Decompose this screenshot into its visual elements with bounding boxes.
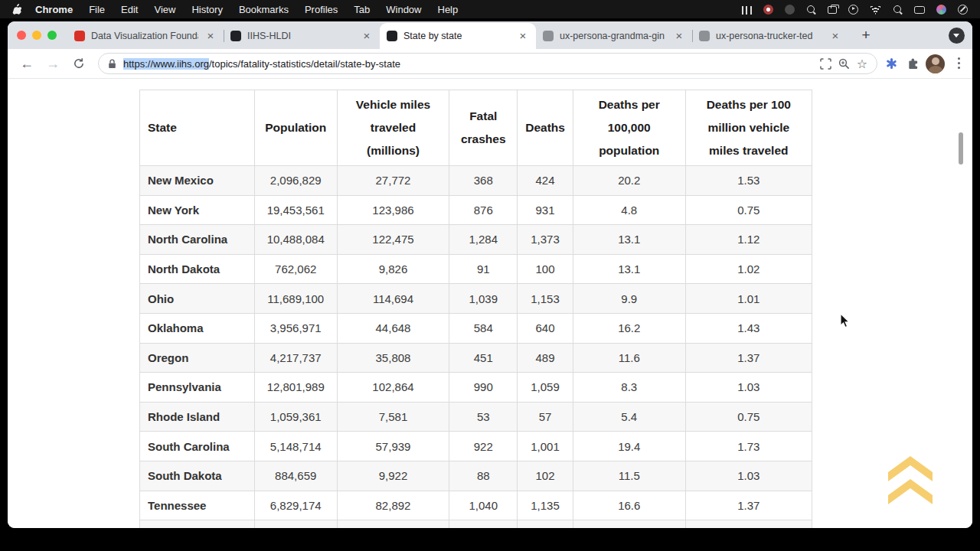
tab-close-icon[interactable]: ×	[204, 30, 217, 42]
favicon-icon	[74, 31, 85, 41]
value-cell: 9.9	[573, 284, 685, 314]
minimize-window-button[interactable]	[32, 31, 41, 40]
bookmark-star-icon[interactable]: ☆	[857, 57, 867, 71]
value-cell: 0.75	[685, 402, 812, 432]
value-cell: 922	[449, 432, 518, 461]
menu-profiles[interactable]: Profiles	[305, 4, 338, 15]
url-selected-text: https://www.iihs.org	[123, 58, 209, 70]
state-name-cell: Oregon	[140, 343, 255, 373]
value-cell: 368	[449, 166, 518, 196]
value-cell: 1.01	[685, 284, 812, 314]
value-cell: 19,453,561	[254, 195, 337, 225]
menubar-menus: ChromeFileEditViewHistoryBookmarksProfil…	[35, 4, 474, 15]
menu-help[interactable]: Help	[438, 4, 459, 15]
extension-asterisk-icon[interactable]	[885, 57, 897, 70]
menu-bookmarks[interactable]: Bookmarks	[239, 4, 289, 15]
value-cell: 1.43	[685, 313, 812, 343]
value-cell: 35,808	[337, 343, 449, 373]
value-cell: 122,475	[337, 225, 449, 255]
page-content: StatePopulationVehicle miles traveled (m…	[8, 79, 972, 528]
circle-icon[interactable]	[785, 5, 795, 15]
value-cell: 13.1	[573, 254, 685, 284]
value-cell: 424	[518, 166, 573, 196]
window-controls	[17, 31, 57, 40]
value-cell: 1,373	[518, 225, 573, 255]
value-cell: 884,659	[254, 461, 337, 491]
state-name-cell: Pennsylvania	[140, 373, 255, 403]
forward-button[interactable]: →	[41, 52, 64, 75]
spotlight-icon[interactable]	[893, 5, 903, 15]
screenshot-icon[interactable]	[820, 58, 831, 70]
zoom-icon[interactable]	[838, 58, 850, 70]
value-cell: 6,829,174	[254, 491, 337, 520]
address-bar[interactable]: https://www.iihs.org/topics/fatality-sta…	[98, 53, 877, 74]
menu-view[interactable]: View	[154, 4, 175, 15]
menu-tab[interactable]: Tab	[354, 4, 370, 15]
profile-avatar[interactable]	[926, 54, 945, 73]
table-row: Pennsylvania12,801,989102,8649901,0598.3…	[140, 373, 812, 403]
close-window-button[interactable]	[17, 31, 26, 40]
menu-chrome[interactable]: Chrome	[35, 4, 73, 15]
column-header: Deaths	[518, 90, 573, 166]
tab-strip: Data Visualization Founda×IIHS-HLDI×Stat…	[8, 21, 972, 49]
dnd-icon[interactable]	[958, 5, 968, 15]
menu-edit[interactable]: Edit	[121, 4, 138, 15]
value-cell: 57,939	[337, 432, 449, 461]
tab-ux-persona-trucker-ted[interactable]: ux-persona-trucker-ted×	[692, 23, 848, 49]
value-cell: 9,922	[337, 461, 449, 491]
tab-ux-persona-grandma-gin[interactable]: ux-persona-grandma-gin×	[536, 23, 692, 49]
value-cell: 102,864	[337, 373, 449, 403]
value-cell: 9,826	[337, 254, 449, 284]
value-cell: 13.1	[573, 225, 685, 255]
value-cell: 990	[449, 373, 518, 403]
value-cell: 1.37	[685, 491, 812, 520]
tab-close-icon[interactable]: ×	[517, 30, 529, 42]
keyboard-icon[interactable]	[914, 6, 925, 14]
record-icon[interactable]	[763, 5, 773, 15]
browser-menu-icon[interactable]	[952, 55, 965, 72]
tab-search-button[interactable]	[949, 28, 965, 44]
menu-file[interactable]: File	[89, 4, 105, 15]
padlock-icon[interactable]	[108, 59, 116, 69]
vertical-scrollbar[interactable]	[959, 132, 963, 165]
value-cell: 27,772	[337, 166, 449, 196]
tab-close-icon[interactable]: ×	[829, 30, 841, 42]
tab-state-by-state[interactable]: State by state×	[380, 23, 536, 49]
value-cell: 1.37	[685, 343, 812, 373]
value-cell: 19.4	[573, 432, 685, 461]
grid-icon[interactable]	[742, 6, 752, 15]
column-header: Vehicle miles traveled (millions)	[337, 90, 449, 166]
play-icon[interactable]	[848, 5, 858, 15]
back-button[interactable]: ←	[15, 52, 38, 75]
value-cell: 16.2	[573, 313, 685, 343]
windows-icon[interactable]	[828, 6, 837, 14]
value-cell: 12,801,989	[254, 373, 337, 403]
tab-data-visualization-founda[interactable]: Data Visualization Founda×	[67, 23, 224, 49]
menu-window[interactable]: Window	[386, 4, 421, 15]
state-fatality-table: StatePopulationVehicle miles traveled (m…	[139, 90, 812, 528]
new-tab-button[interactable]: +	[856, 25, 876, 45]
apple-logo-icon[interactable]	[12, 4, 21, 15]
extensions-puzzle-icon[interactable]	[906, 57, 920, 70]
reload-button[interactable]	[67, 52, 90, 75]
siri-icon[interactable]	[936, 5, 946, 15]
search-icon[interactable]	[806, 5, 816, 15]
browser-window: Data Visualization Founda×IIHS-HLDI×Stat…	[8, 21, 972, 528]
tab-close-icon[interactable]: ×	[673, 30, 685, 42]
wifi-icon[interactable]	[870, 6, 881, 15]
column-header: Deaths per 100,000 population	[573, 90, 685, 166]
favicon-icon	[230, 31, 241, 41]
value-cell: 91	[449, 254, 518, 284]
value-cell: 44,648	[337, 313, 449, 343]
mouse-cursor	[840, 313, 851, 329]
value-cell: 2,096,829	[254, 166, 337, 196]
table-row: Tennessee6,829,17482,8921,0401,13516.61.…	[140, 491, 812, 520]
tab-close-icon[interactable]: ×	[361, 30, 373, 42]
tab-iihs-hldi[interactable]: IIHS-HLDI×	[224, 23, 380, 49]
value-cell: 20.2	[573, 166, 685, 196]
zoom-window-button[interactable]	[47, 31, 57, 40]
scroll-to-top-button[interactable]	[888, 456, 933, 507]
menu-history[interactable]: History	[191, 4, 222, 15]
value-cell: 1.12	[685, 225, 812, 255]
menu-bar: ChromeFileEditViewHistoryBookmarksProfil…	[0, 0, 980, 18]
